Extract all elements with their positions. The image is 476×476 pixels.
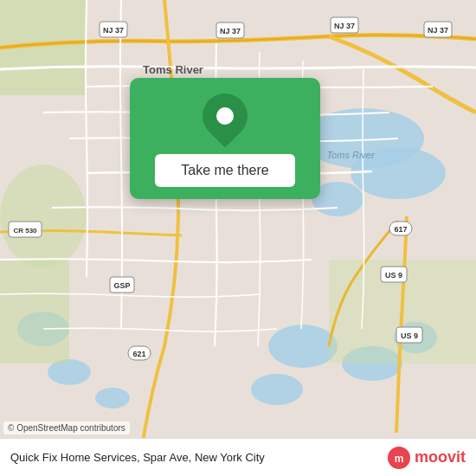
svg-text:US 9: US 9 [385,271,402,280]
svg-text:Toms River: Toms River [143,63,203,76]
svg-text:621: 621 [132,350,145,358]
map-svg: NJ 37 NJ 37 NJ 37 NJ 37 CR 530 GSP 621 6… [0,0,476,476]
svg-text:NJ 37: NJ 37 [220,27,241,35]
svg-point-9 [95,388,130,408]
bottom-bar: Quick Fix Home Services, Spar Ave, New Y… [0,438,476,476]
moovit-text: moovit [415,448,466,466]
svg-text:NJ 37: NJ 37 [103,26,124,35]
take-me-there-button[interactable]: Take me there [155,154,294,187]
svg-text:Toms River: Toms River [326,150,376,160]
svg-rect-11 [0,260,69,363]
svg-text:CR 530: CR 530 [13,227,37,235]
svg-text:GSP: GSP [113,281,130,290]
svg-text:m: m [395,453,404,465]
pin-inner [216,107,234,125]
svg-point-6 [251,374,303,405]
svg-text:NJ 37: NJ 37 [334,22,355,30]
svg-text:NJ 37: NJ 37 [428,26,448,35]
location-text: Quick Fix Home Services, Spar Ave, New Y… [10,451,387,464]
map-container: NJ 37 NJ 37 NJ 37 NJ 37 CR 530 GSP 621 6… [0,0,476,476]
moovit-logo: m moovit [387,446,466,470]
svg-text:617: 617 [394,225,407,234]
svg-text:US 9: US 9 [401,331,418,340]
moovit-icon: m [387,446,411,470]
svg-point-3 [268,325,338,368]
location-pin-icon [193,84,257,148]
popup-card: Take me there [130,78,320,199]
osm-attribution: © OpenStreetMap contributors [3,421,130,434]
svg-point-13 [0,164,87,268]
osm-text: © OpenStreetMap contributors [8,423,125,433]
